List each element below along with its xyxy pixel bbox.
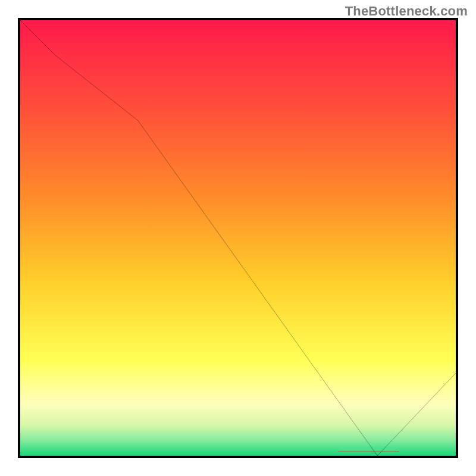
gradient-rect bbox=[20, 20, 456, 456]
plot-area bbox=[18, 18, 458, 458]
chart-container: TheBottleneck.com bbox=[0, 0, 476, 476]
watermark-text: TheBottleneck.com bbox=[345, 4, 468, 19]
chart-svg bbox=[20, 20, 456, 456]
